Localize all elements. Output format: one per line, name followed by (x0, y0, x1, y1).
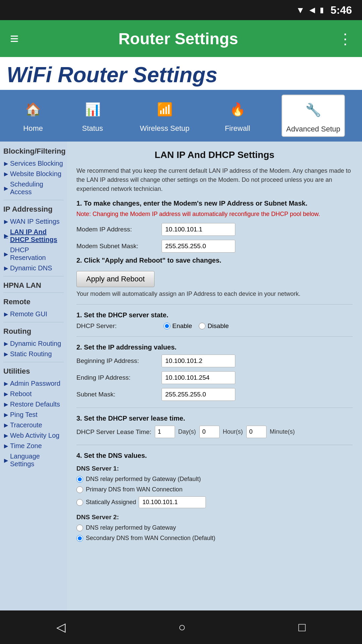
dns2-radio1[interactable] (76, 525, 83, 531)
dhcp-server-state: DHCP Server: Enable Disable (76, 322, 353, 330)
dns1-label2: Primary DNS from WAN Connection (86, 486, 182, 493)
dns1-radio1[interactable] (76, 476, 83, 483)
beginning-ip-input[interactable] (162, 355, 235, 367)
lease-hour-unit: Hour(s) (223, 428, 243, 435)
dhcp-enable-option[interactable]: Enable (164, 322, 192, 330)
content-panel: LAN IP And DHCP Settings We recommend th… (67, 142, 362, 611)
dhcp-enable-label: Enable (172, 322, 192, 330)
sidebar-item-web-activity-log[interactable]: ▶Web Activity Log (3, 430, 64, 441)
modem-ip-label: Modem IP Address: (76, 226, 157, 233)
lease-time-label: DHCP Server Lease Time: (76, 428, 152, 436)
page-title: WiFi Router Settings (7, 63, 355, 87)
more-options-icon[interactable]: ⋮ (338, 30, 352, 47)
back-button[interactable]: ◁ (56, 620, 66, 634)
section-separator (76, 408, 353, 408)
dhcp-server-label: DHCP Server: (76, 322, 157, 330)
dns-static-input[interactable] (139, 496, 206, 508)
subnet-mask-label: Subnet Mask: (76, 391, 157, 398)
sidebar: Blocking/Filtering ▶Services Blocking ▶W… (0, 142, 67, 611)
tab-home[interactable]: 🏠 Home (17, 95, 49, 137)
arrow-icon: ▶ (4, 422, 8, 428)
dns1-option2[interactable]: Primary DNS from WAN Connection (76, 486, 353, 493)
wifi-icon: ▼ (296, 5, 305, 15)
lease-hour-input[interactable] (199, 426, 220, 438)
nav-tabs: 🏠 Home 📊 Status 📶 Wireless Setup 🔥 Firew… (0, 90, 362, 142)
sidebar-section-ip: IP Addressing (3, 205, 64, 214)
dns-server1-section: DNS Server 1: DNS relay performed by Gat… (76, 465, 353, 508)
ending-ip-input[interactable] (162, 371, 235, 384)
arrow-icon: ▶ (4, 412, 8, 418)
status-bar: ▼ ◀ ▮ 5:46 (0, 0, 362, 20)
wireless-tab-icon: 📶 (153, 97, 177, 121)
sidebar-section-remote: Remote (3, 298, 64, 306)
step4-title: 2. Set the IP addressing values. (76, 343, 353, 351)
lease-day-input[interactable] (155, 426, 175, 438)
modem-subnet-input[interactable] (162, 240, 235, 253)
firewall-tab-icon: 🔥 (226, 97, 250, 121)
lease-min-unit: Minute(s) (270, 428, 295, 435)
tab-wireless[interactable]: 📶 Wireless Setup (136, 95, 193, 137)
modem-ip-input[interactable] (162, 223, 235, 236)
lease-day-unit: Day(s) (178, 428, 196, 435)
sidebar-item-remote-gui[interactable]: ▶Remote GUI (3, 309, 64, 319)
arrow-icon: ▶ (4, 185, 8, 192)
tab-status[interactable]: 📊 Status (76, 95, 109, 137)
main-content: Blocking/Filtering ▶Services Blocking ▶W… (0, 142, 362, 611)
sidebar-item-services-blocking[interactable]: ▶Services Blocking (3, 158, 64, 169)
dhcp-disable-label: Disable (207, 322, 229, 330)
arrow-icon: ▶ (4, 311, 8, 317)
sidebar-item-static-routing[interactable]: ▶Static Routing (3, 349, 64, 359)
arrow-icon: ▶ (4, 233, 8, 239)
apply-reboot-button[interactable]: Apply and Reboot (76, 271, 155, 287)
recents-button[interactable]: □ (298, 620, 306, 634)
dns1-label3: Statically Assigned (86, 499, 136, 506)
step2-title: 2. Click "Apply and Reboot" to save chan… (76, 257, 353, 264)
tab-advanced[interactable]: 🔧 Advanced Setup (282, 95, 345, 137)
sidebar-item-wan-ip[interactable]: ▶WAN IP Settings (3, 216, 64, 227)
wireless-tab-label: Wireless Setup (140, 124, 189, 133)
arrow-icon: ▶ (4, 351, 8, 357)
arrow-icon: ▶ (4, 340, 8, 347)
sidebar-divider (3, 362, 64, 362)
sidebar-item-traceroute[interactable]: ▶Traceroute (3, 420, 64, 430)
tab-firewall[interactable]: 🔥 Firewall (221, 95, 254, 137)
sidebar-item-language-settings[interactable]: ▶Language Settings (3, 451, 64, 469)
sidebar-item-dhcp-reservation[interactable]: ▶DHCP Reservation (3, 245, 64, 263)
dns1-option1[interactable]: DNS relay performed by Gateway (Default) (76, 476, 353, 483)
sidebar-item-website-blocking[interactable]: ▶Website Blocking (3, 169, 64, 179)
sidebar-item-scheduling-access[interactable]: ▶Scheduling Access (3, 179, 64, 197)
arrow-icon: ▶ (4, 457, 8, 464)
dns1-radio3[interactable] (76, 499, 83, 506)
modem-subnet-row: Modem Subnet Mask: (76, 240, 353, 253)
firewall-tab-label: Firewall (225, 124, 250, 133)
dhcp-lease-row: DHCP Server Lease Time: Day(s) Hour(s) M… (76, 426, 353, 438)
sidebar-item-lan-dhcp[interactable]: ▶LAN IP And DHCP Settings (3, 227, 64, 245)
hamburger-icon[interactable]: ≡ (10, 30, 19, 47)
sidebar-item-time-zone[interactable]: ▶Time Zone (3, 441, 64, 451)
sidebar-item-restore-defaults[interactable]: ▶Restore Defaults (3, 399, 64, 410)
dns2-option1[interactable]: DNS relay performed by Gateway (76, 524, 353, 531)
dns1-option3[interactable]: Statically Assigned (76, 496, 353, 508)
dns-server2-section: DNS Server 2: DNS relay performed by Gat… (76, 514, 353, 542)
home-button[interactable]: ○ (178, 620, 186, 634)
sidebar-item-reboot[interactable]: ▶Reboot (3, 389, 64, 399)
sidebar-item-ping-test[interactable]: ▶Ping Test (3, 410, 64, 420)
dns2-option2[interactable]: Secondary DNS from WAN Connection (Defau… (76, 535, 353, 542)
dhcp-disable-radio[interactable] (199, 323, 205, 329)
dhcp-disable-option[interactable]: Disable (199, 322, 229, 330)
sidebar-item-dynamic-dns[interactable]: ▶Dynamic DNS (3, 263, 64, 273)
lease-min-input[interactable] (246, 426, 266, 438)
sidebar-divider (3, 292, 64, 293)
dhcp-enable-radio[interactable] (164, 323, 170, 329)
modem-subnet-label: Modem Subnet Mask: (76, 243, 157, 250)
subnet-mask-input[interactable] (162, 388, 235, 401)
arrow-icon: ▶ (4, 251, 8, 257)
beginning-ip-row: Beginning IP Address: (76, 355, 353, 367)
dns1-radio2[interactable] (76, 486, 83, 493)
dns-server1-label: DNS Server 1: (76, 465, 353, 472)
sidebar-item-dynamic-routing[interactable]: ▶Dynamic Routing (3, 338, 64, 349)
auto-assign-text: Your modem will automatically assign an … (76, 290, 353, 298)
signal-icon: ◀ (309, 6, 315, 14)
dns2-radio2[interactable] (76, 535, 83, 542)
sidebar-item-admin-password[interactable]: ▶Admin Password (3, 378, 64, 389)
